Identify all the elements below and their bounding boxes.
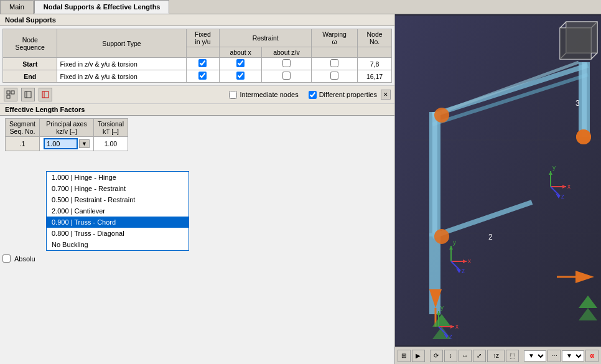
- col-warping-header2: [312, 47, 358, 58]
- row-end-rx[interactable]: [220, 70, 261, 83]
- viewport-svg: x y z x y z x: [395, 14, 601, 347]
- col-support-type: Support Type: [57, 29, 186, 58]
- seg-seq-header: SegmentSeq. No.: [6, 119, 40, 137]
- dropdown-item-hinge-restraint[interactable]: 0.700 | Hinge - Restraint: [47, 183, 189, 194]
- intermediate-nodes-checkbox[interactable]: [229, 91, 237, 99]
- left-panel: Nodal Supports NodeSequence Support Type…: [0, 14, 395, 364]
- svg-text:y: y: [552, 164, 556, 171]
- bt-btn-play[interactable]: ▶: [412, 350, 425, 362]
- seg-torsional: 1.00: [93, 137, 128, 151]
- col-restraint: Restraint: [220, 29, 312, 47]
- close-button[interactable]: ✕: [381, 90, 391, 100]
- svg-rect-2: [7, 95, 10, 98]
- intermediate-nodes-label[interactable]: Intermediate nodes: [229, 91, 298, 99]
- row-start-label: Start: [3, 58, 57, 70]
- row-end-warp[interactable]: [312, 70, 358, 83]
- col-fixed-yu: Fixedin y/u: [186, 29, 220, 47]
- col-node-seq: NodeSequence: [3, 29, 57, 58]
- dropdown-item-truss-diagonal[interactable]: 0.800 | Truss - Diagonal: [47, 228, 189, 239]
- principal-header: Principal axeskz/v [–]: [40, 119, 94, 137]
- row-end-fixed[interactable]: [186, 70, 220, 83]
- svg-text:y: y: [453, 239, 456, 246]
- svg-point-22: [434, 229, 449, 244]
- seg-table: SegmentSeq. No. Principal axeskz/v [–] T…: [5, 118, 128, 151]
- tab-nodal[interactable]: Nodal Supports & Effective Lengths: [34, 0, 170, 14]
- row-start-fixed[interactable]: [186, 58, 220, 70]
- row-end-node: 16,17: [358, 70, 392, 83]
- svg-point-24: [576, 129, 591, 144]
- svg-rect-0: [7, 91, 10, 94]
- node-label-2: 2: [488, 233, 493, 241]
- svg-text:x: x: [567, 183, 571, 190]
- row-end-label: End: [3, 70, 57, 83]
- svg-rect-1: [11, 91, 14, 94]
- bt-btn-vert[interactable]: ↕: [444, 350, 457, 362]
- node-label-3: 3: [575, 99, 580, 108]
- svg-text:z: z: [462, 268, 465, 274]
- row-start-rx[interactable]: [220, 58, 261, 70]
- bt-btn-frame[interactable]: ⬚: [506, 350, 519, 362]
- svg-rect-67: [566, 22, 597, 53]
- different-properties-label[interactable]: Different properties: [309, 91, 377, 99]
- svg-text:y: y: [440, 304, 444, 311]
- dropdown-item-truss-chord[interactable]: 0.900 | Truss - Chord: [47, 217, 189, 228]
- row-start-rzv[interactable]: [261, 58, 311, 70]
- bt-btn-dots[interactable]: ⋯: [547, 350, 561, 362]
- svg-text:x: x: [468, 258, 471, 264]
- col-nodeno-header2: [358, 47, 392, 58]
- col-about-zv: about z/v: [261, 47, 311, 58]
- bt-btn-grid[interactable]: ⊞: [398, 350, 411, 362]
- col-warping: Warpingω: [312, 29, 358, 47]
- dropdown-list: 1.000 | Hinge - Hinge 0.700 | Hinge - Re…: [46, 171, 189, 251]
- dropdown-item-no-buckling[interactable]: No Buckling: [47, 239, 189, 250]
- main-container: Main Nodal Supports & Effective Lengths …: [0, 0, 601, 364]
- elf-section: Effective Length Factors SegmentSeq. No.…: [0, 104, 394, 364]
- tab-main[interactable]: Main: [0, 0, 34, 14]
- different-properties-checkbox[interactable]: [309, 91, 317, 99]
- table-row: Start Fixed in z/v & y/u & torsion 7,8: [3, 58, 392, 70]
- row-start-type: Fixed in z/v & y/u & torsion: [57, 58, 186, 70]
- nodal-table: NodeSequence Support Type Fixedin y/u Re…: [2, 29, 392, 83]
- svg-rect-17: [582, 62, 587, 137]
- seg-row: .1 ▼ 1.00: [6, 137, 128, 151]
- dropdown-item-cantilever[interactable]: 2.000 | Cantilever: [47, 205, 189, 217]
- col-fixed-header2: [186, 47, 220, 58]
- absolute-checkbox[interactable]: [2, 254, 11, 263]
- bt-btn-alpha[interactable]: α: [585, 350, 599, 362]
- svg-text:z: z: [561, 193, 564, 200]
- nodal-table-wrapper: NodeSequence Support Type Fixedin y/u Re…: [0, 26, 394, 85]
- bt-dropdown-2[interactable]: ▼: [562, 350, 584, 362]
- svg-text:x: x: [455, 323, 459, 330]
- bt-btn-both[interactable]: ⤢: [473, 350, 486, 362]
- dropdown-item-hinge-hinge[interactable]: 1.000 | Hinge - Hinge: [47, 172, 189, 183]
- absolute-label: Absolu: [14, 255, 35, 263]
- row-start-warp[interactable]: [312, 58, 358, 70]
- nodal-supports-header: Nodal Supports: [0, 14, 394, 26]
- dropdown-item-restraint-restraint[interactable]: 0.500 | Restraint - Restraint: [47, 194, 189, 205]
- toolbar-btn-1[interactable]: [4, 88, 17, 101]
- bt-btn-z[interactable]: ↑z: [487, 350, 505, 362]
- toolbar-btn-3[interactable]: [39, 88, 52, 101]
- seg-num: .1: [6, 137, 40, 151]
- row-start-node: 7,8: [358, 58, 392, 70]
- row-end-type: Fixed in z/v & y/u & torsion: [57, 70, 186, 83]
- svg-rect-3: [25, 91, 31, 98]
- tab-bar: Main Nodal Supports & Effective Lengths: [0, 0, 601, 14]
- principal-input[interactable]: [44, 138, 78, 149]
- principal-dropdown-arrow[interactable]: ▼: [79, 139, 90, 148]
- bt-btn-horiz[interactable]: ↔: [459, 350, 472, 362]
- row-end-rzv[interactable]: [261, 70, 311, 83]
- bt-btn-reset[interactable]: ⟳: [430, 350, 443, 362]
- svg-rect-5: [42, 91, 49, 98]
- absolute-row: Absolu: [0, 253, 394, 264]
- content-area: Nodal Supports NodeSequence Support Type…: [0, 14, 601, 364]
- toolbar-btn-2[interactable]: [21, 88, 35, 101]
- svg-rect-15: [432, 112, 437, 236]
- right-panel: x y z x y z x: [395, 14, 601, 364]
- bt-dropdown-1[interactable]: ▼: [524, 350, 546, 362]
- svg-text:z: z: [449, 333, 452, 340]
- seg-principal[interactable]: ▼: [40, 137, 94, 151]
- elf-header: Effective Length Factors: [0, 104, 394, 116]
- col-about-x: about x: [220, 47, 261, 58]
- table-row: End Fixed in z/v & y/u & torsion 16,17: [3, 70, 392, 83]
